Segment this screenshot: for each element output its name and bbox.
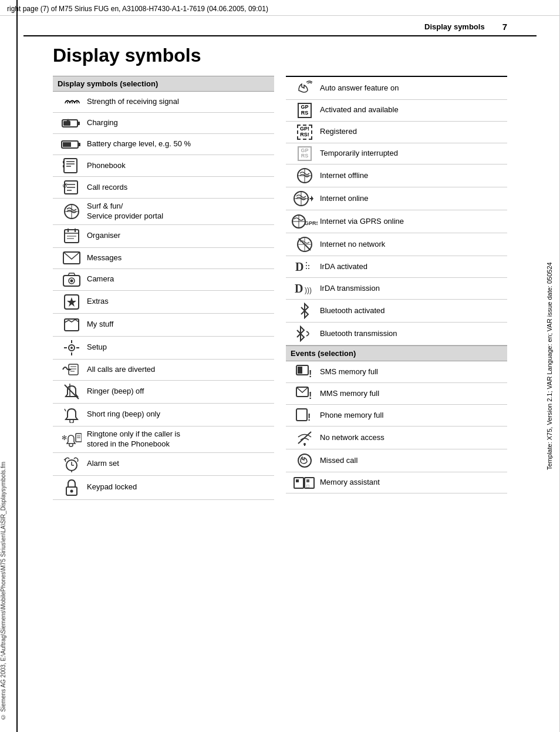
ringtone-phonebook-icon: ✻ <box>56 431 87 448</box>
diverted-icon <box>56 362 87 377</box>
organiser-icon <box>56 228 87 244</box>
svg-rect-1 <box>77 122 80 125</box>
alarm-icon <box>56 456 87 472</box>
item-desc: Ringtone only if the caller isstored in … <box>87 429 271 449</box>
callrecords-icon: ↺ <box>56 180 87 195</box>
bt-tx-icon <box>289 325 320 342</box>
phonebook-icon <box>56 158 87 173</box>
list-item: D ))) IrDA transmission <box>286 278 507 300</box>
messages-icon <box>56 251 87 265</box>
item-desc: Charging <box>87 118 271 128</box>
list-item: ! MMS memory full <box>286 383 507 405</box>
irda-tx-icon: D ))) <box>289 281 320 296</box>
list-item: Charging <box>53 113 274 134</box>
extras-icon <box>56 294 87 310</box>
battery-icon <box>56 139 87 150</box>
list-item: Keypad locked <box>53 476 274 500</box>
item-desc: Activated and available <box>320 105 504 115</box>
section-heading: Display symbols <box>424 22 485 31</box>
list-item: ! SMS memory full <box>286 361 507 383</box>
list-item: 𝄐𝄐𝄐 Strength of receiving signal <box>53 92 274 113</box>
bt-act-icon <box>289 303 320 319</box>
item-desc: Internet online <box>320 194 504 204</box>
right-section-header: Events (selection) <box>286 345 507 361</box>
keypad-locked-icon <box>56 479 87 496</box>
shortring-icon <box>56 407 87 423</box>
surf-icon <box>56 203 87 220</box>
gprs-reg-box: GP!RS! <box>297 125 312 140</box>
svg-text:D: D <box>295 282 303 295</box>
list-item: GPRS Temporarily interrupted <box>286 143 507 165</box>
item-desc: Organiser <box>87 231 271 241</box>
svg-rect-11 <box>63 161 65 163</box>
item-desc: Registered <box>320 127 504 137</box>
mms-full-icon: ! <box>289 386 320 401</box>
item-desc: Alarm set <box>87 459 271 469</box>
list-item: My stuff <box>53 314 274 337</box>
list-item: Auto answer feature on <box>286 77 507 100</box>
sms-full-icon: ! <box>289 364 320 380</box>
missedcall-icon <box>289 452 320 469</box>
item-desc: Setup <box>87 343 271 352</box>
list-item: Extras <box>53 291 274 314</box>
list-item: All calls are diverted <box>53 360 274 381</box>
item-desc: Phone memory full <box>320 411 504 421</box>
list-item: Internet online <box>286 187 507 210</box>
list-item: GPRS Activated and available <box>286 100 507 122</box>
right-sidebar: Template: X75, Version 2.1; VAR Language… <box>539 0 560 732</box>
left-column: Display symbols (selection) 𝄐𝄐𝄐 Strength… <box>53 76 274 500</box>
list-item: Messages <box>53 248 274 269</box>
item-desc: Messages <box>87 253 271 263</box>
phone-full-icon: ! <box>289 408 320 423</box>
list-item: Phonebook <box>53 155 274 177</box>
svg-rect-12 <box>63 165 65 167</box>
svg-text:↺: ↺ <box>62 182 68 189</box>
svg-point-30 <box>70 279 73 282</box>
item-desc: No network access <box>320 433 504 443</box>
item-desc: Missed call <box>320 456 504 466</box>
item-desc: Battery charge level, e.g. 50 % <box>87 139 271 149</box>
list-item: Organiser <box>53 225 274 248</box>
item-desc: Internet no network <box>320 240 504 250</box>
item-desc: Short ring (beep) only <box>87 409 271 419</box>
svg-line-48 <box>65 409 66 411</box>
item-desc: Bluetooth transmission <box>320 329 504 339</box>
svg-rect-82 <box>298 367 302 374</box>
list-item: ! Phone memory full <box>286 405 507 427</box>
list-item: Ringer (beep) off <box>53 381 274 404</box>
item-desc: Internet via GPRS online <box>320 217 504 227</box>
item-desc: Internet offline <box>320 171 504 181</box>
camera-icon <box>56 272 87 287</box>
inet-offline-icon <box>289 167 320 184</box>
list-item: Missed call <box>286 449 507 472</box>
svg-text:!: ! <box>309 391 312 401</box>
svg-rect-92 <box>296 479 299 482</box>
list-item: Bluetooth transmission <box>286 323 507 345</box>
list-item: ✻ Ringtone only if the caller isstored i… <box>53 427 274 453</box>
page-title: Display symbols <box>53 45 507 66</box>
inet-nonet-icon <box>289 236 320 253</box>
item-desc: SMS memory full <box>320 367 504 377</box>
list-item: GP!RS! Registered <box>286 122 507 143</box>
list-item: Battery charge level, e.g. 50 % <box>53 134 274 155</box>
svg-text:))): ))) <box>305 286 312 294</box>
main-content: Display symbols Display symbols (selecti… <box>23 36 537 508</box>
list-item: Internet no network <box>286 233 507 256</box>
left-margin-line <box>16 0 18 732</box>
svg-text:GPRS: GPRS <box>305 220 318 226</box>
svg-rect-91 <box>294 478 303 488</box>
svg-rect-5 <box>78 143 80 146</box>
svg-rect-7 <box>64 159 77 173</box>
left-section-header: Display symbols (selection) <box>53 76 274 92</box>
item-desc: Camera <box>87 274 271 284</box>
svg-rect-94 <box>306 479 309 482</box>
list-item: D IrDA activated <box>286 256 507 278</box>
svg-text:!: ! <box>309 369 312 379</box>
list-item: ↺ Call records <box>53 177 274 199</box>
svg-rect-6 <box>63 142 71 147</box>
svg-point-89 <box>303 443 306 445</box>
item-desc: MMS memory full <box>320 389 504 399</box>
item-desc: Auto answer feature on <box>320 83 504 93</box>
irda-act-icon: D <box>289 259 320 274</box>
list-item: Camera <box>53 269 274 291</box>
